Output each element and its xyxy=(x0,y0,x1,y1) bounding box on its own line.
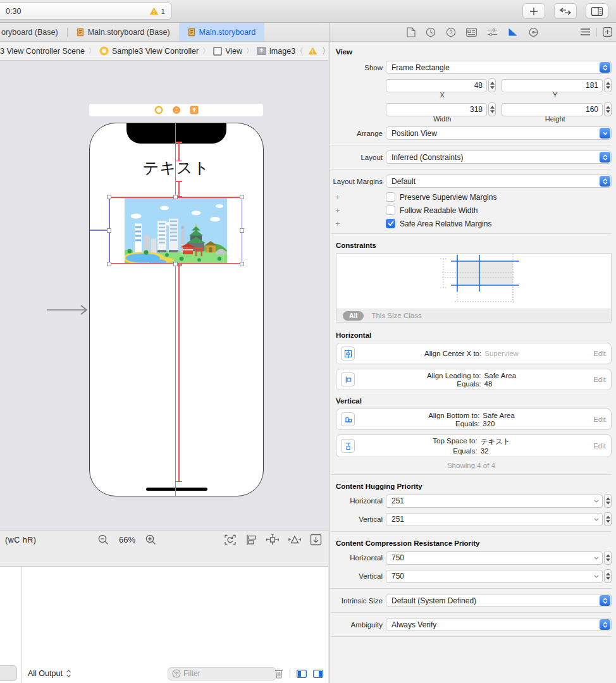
warning-icon[interactable] xyxy=(308,47,317,55)
compression-horizontal-stepper[interactable] xyxy=(604,551,612,565)
initial-view-controller-arrow[interactable] xyxy=(46,304,90,316)
compression-horizontal-combo[interactable]: 750 xyxy=(386,551,603,565)
layout-popup[interactable]: Inferred (Constraints) xyxy=(386,151,612,164)
edit-button[interactable]: Edit xyxy=(588,376,606,383)
zoom-in-icon[interactable] xyxy=(145,534,156,545)
y-field[interactable] xyxy=(502,79,603,92)
iphone-device-frame[interactable]: テキスト xyxy=(89,123,264,496)
library-add-button[interactable] xyxy=(522,3,545,19)
console-filter-field[interactable] xyxy=(168,667,276,680)
version-editor-button[interactable] xyxy=(554,3,577,19)
all-size-class-pill[interactable]: All xyxy=(343,311,364,321)
resize-handle-s[interactable] xyxy=(173,262,178,266)
jumpbar-view[interactable]: View xyxy=(213,47,242,56)
identity-inspector-icon[interactable] xyxy=(466,28,477,37)
attributes-inspector-icon[interactable] xyxy=(487,28,498,37)
connections-inspector-icon[interactable] xyxy=(528,27,539,37)
hugging-vertical-combo[interactable]: 251 xyxy=(386,513,603,526)
resize-handle-nw[interactable] xyxy=(107,195,111,199)
constraint-row-align-leading[interactable]: Align Leading to: Safe Area Equals: 48 E… xyxy=(336,369,612,390)
compression-vertical-combo[interactable]: 750 xyxy=(386,570,603,583)
zoom-out-icon[interactable] xyxy=(98,534,109,545)
help-inspector-icon[interactable]: ? xyxy=(446,27,456,37)
update-frames-icon[interactable] xyxy=(224,534,237,546)
resolve-issues-icon[interactable] xyxy=(288,534,302,546)
tab-main-storyboard[interactable]: Main.storyboard xyxy=(179,23,265,41)
resize-handle-se[interactable] xyxy=(240,262,244,266)
warning-icon xyxy=(149,7,159,15)
exit-icon[interactable] xyxy=(190,106,199,114)
image3-illustration[interactable] xyxy=(125,197,227,263)
hugging-vertical-stepper[interactable] xyxy=(604,512,612,526)
back-chevron-icon[interactable]: 〈 xyxy=(295,46,304,57)
trash-icon[interactable] xyxy=(274,668,283,679)
hugging-horizontal-stepper[interactable] xyxy=(604,494,612,508)
add-constraint-plus[interactable]: + xyxy=(331,192,343,202)
file-inspector-icon[interactable] xyxy=(407,27,416,37)
constraints-diagram[interactable]: All This Size Class xyxy=(336,253,612,323)
zoom-level[interactable]: 66% xyxy=(119,535,135,545)
variables-view-button[interactable] xyxy=(0,665,17,681)
height-field[interactable] xyxy=(502,103,603,116)
image-view-selection[interactable] xyxy=(109,197,242,264)
warning-badge[interactable]: 1 xyxy=(149,7,165,15)
hugging-horizontal-combo[interactable]: 251 xyxy=(386,495,603,508)
view-controller-dock-icon[interactable] xyxy=(154,106,163,114)
tab-main-storyboard-base[interactable]: Main.storyboard (Base) xyxy=(68,23,179,41)
jumpbar-scene[interactable]: 3 View Controller Scene xyxy=(0,47,85,56)
resize-handle-e[interactable] xyxy=(240,228,244,233)
width-field[interactable] xyxy=(386,103,487,116)
constraint-row-align-bottom[interactable]: Align Bottom to: Safe Area Equals: 320 E… xyxy=(336,409,612,430)
this-size-class-label[interactable]: This Size Class xyxy=(371,312,421,319)
constraint-label: Top Space to: xyxy=(433,437,477,446)
align-icon[interactable] xyxy=(245,534,257,546)
size-inspector-icon[interactable] xyxy=(508,27,518,37)
history-inspector-icon[interactable] xyxy=(426,27,436,37)
vertical-spacing-constraint-line[interactable] xyxy=(178,181,180,197)
width-axis-label: Width xyxy=(386,115,499,123)
add-constraint-plus[interactable]: + xyxy=(331,219,343,228)
constraint-value: Safe Area xyxy=(484,372,517,379)
add-constraints-icon[interactable] xyxy=(266,534,280,546)
ambiguity-popup[interactable]: Always Verify xyxy=(386,618,612,631)
jumpbar-view-controller[interactable]: Sample3 View Controller xyxy=(99,46,199,56)
add-constraint-plus[interactable]: + xyxy=(331,206,343,215)
show-console-pane-icon[interactable] xyxy=(313,670,323,678)
filter-input[interactable] xyxy=(183,669,259,678)
output-selector[interactable]: All Output xyxy=(28,669,71,678)
follow-readable-width-checkbox[interactable] xyxy=(386,206,395,215)
jumpbar-image3[interactable]: image3 xyxy=(257,47,295,56)
resize-handle-n[interactable] xyxy=(173,195,178,199)
edit-button[interactable]: Edit xyxy=(588,442,606,450)
constraint-row-top-space[interactable]: Top Space to: テキスト Equals: 32 Edit xyxy=(336,434,612,457)
edit-button[interactable]: Edit xyxy=(588,415,606,423)
x-field[interactable] xyxy=(386,79,487,92)
first-responder-icon[interactable] xyxy=(172,106,181,114)
tab-storyboard-base-1[interactable]: oryboard (Base) xyxy=(0,23,67,41)
x-stepper[interactable] xyxy=(488,78,496,92)
resize-handle-sw[interactable] xyxy=(107,262,111,266)
bottom-space-constraint-line[interactable] xyxy=(178,264,180,482)
compression-vertical-stepper[interactable] xyxy=(604,569,612,583)
preserve-superview-margins-checkbox[interactable] xyxy=(386,192,395,202)
top-space-constraint-line[interactable] xyxy=(178,142,180,161)
edit-button[interactable]: Edit xyxy=(588,350,606,357)
resize-handle-w[interactable] xyxy=(107,228,111,233)
width-stepper[interactable] xyxy=(488,102,496,116)
resize-handle-ne[interactable] xyxy=(240,195,244,199)
show-popup[interactable]: Frame Rectangle xyxy=(386,61,612,74)
arrange-pulldown[interactable]: Position View xyxy=(386,126,612,140)
y-stepper[interactable] xyxy=(604,78,612,92)
layout-margins-popup[interactable]: Default xyxy=(386,175,612,188)
embed-icon[interactable] xyxy=(310,534,322,546)
safe-area-relative-margins-checkbox[interactable] xyxy=(386,219,395,228)
inspector-toggle-button[interactable] xyxy=(586,3,608,19)
show-variables-pane-icon[interactable] xyxy=(297,670,307,678)
intrinsic-size-popup[interactable]: Default (System Defined) xyxy=(386,594,612,607)
view-icon xyxy=(213,47,222,56)
storyboard-canvas[interactable]: テキスト xyxy=(0,61,328,530)
constraint-row-align-center-x[interactable]: Align Center X to: Superview Edit xyxy=(336,343,612,364)
height-stepper[interactable] xyxy=(604,102,612,116)
size-class-indicator[interactable]: (wC hR) xyxy=(5,536,36,545)
debug-console[interactable]: All Output xyxy=(0,567,328,683)
